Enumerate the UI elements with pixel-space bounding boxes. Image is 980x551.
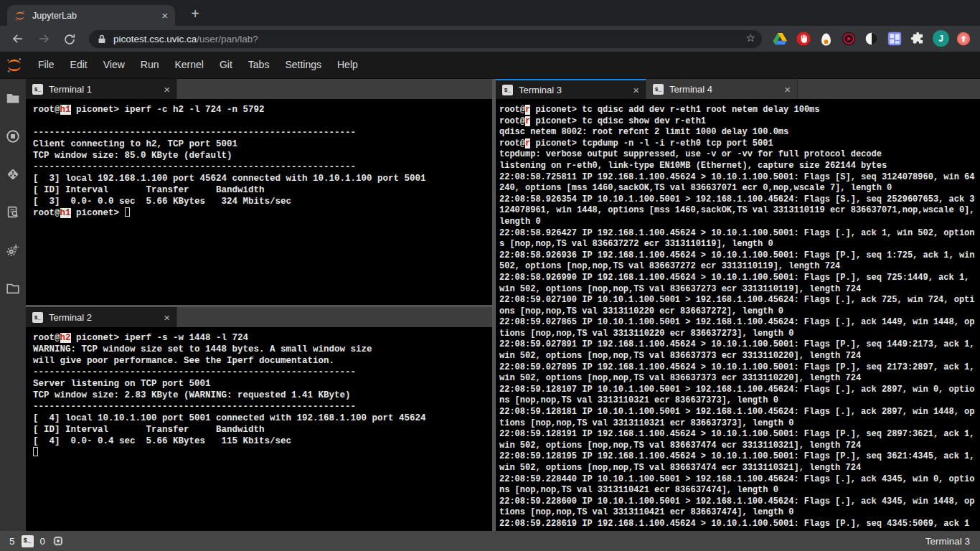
egg-icon[interactable] [821,32,831,47]
status-bar: 5 $_ 0 Terminal 3 [0,531,980,551]
close-icon[interactable]: × [633,85,639,95]
tab-terminal-2[interactable]: $_ Terminal 2 × [26,307,177,327]
url-bar[interactable]: picotest.csc.uvic.ca/user/pan/lab? ☆ [89,30,762,48]
menu-file[interactable]: File [30,52,62,78]
terminal-line: root@h2 piconet> iperf -s -w 1448 -l 724 [33,332,489,344]
terminal-line: will give poor performance. See the Iper… [33,355,489,367]
google-drive-icon[interactable] [773,32,787,46]
jupyterlab-menubar: File Edit View Run Kernel Git Tabs Setti… [0,52,980,79]
menu-settings[interactable]: Settings [277,52,329,78]
terminal-line: TCP window size: 85.0 KByte (default) [33,150,489,161]
terminal-line: [ 3] local 192.168.1.100 port 45624 conn… [33,173,489,184]
reload-icon[interactable] [63,33,76,46]
terminal-line: Client connecting to h2, TCP port 5001 [33,138,489,150]
close-icon[interactable]: × [784,84,791,95]
terminal-line: 22:08:59.027895 IP 192.168.1.100.45624 >… [499,362,976,385]
host-highlight: h1 [60,208,71,218]
right-tabbar: $_ Terminal 3 × $_ Terminal 4 × [496,79,980,99]
terminal-3-output[interactable]: root@r piconet> tc qdisc add dev r-eth1 … [496,99,980,531]
menu-git[interactable]: Git [212,52,240,78]
forward-icon[interactable] [37,32,50,45]
extensions-puzzle-icon[interactable] [910,32,925,46]
menu-help[interactable]: Help [329,52,366,78]
terminal-1-output[interactable]: root@h1 piconet> iperf -c h2 -l 724 -n 5… [26,99,492,305]
terminal-line: 22:08:59.027865 IP 10.10.1.100.5001 > 19… [499,317,976,339]
terminal-line: [ 4] local 10.10.1.100 port 5001 connect… [33,413,489,424]
terminal-line: 22:08:59.128195 IP 192.168.1.100.45624 >… [499,451,976,474]
terminal-1-tabbar: $_ Terminal 1 × [26,79,492,99]
tab-terminal-3[interactable]: $_ Terminal 3 × [496,79,646,99]
terminal-line: 22:08:58.926427 IP 192.168.1.100.45624 >… [499,228,976,250]
settings-gears-icon[interactable] [0,231,26,269]
browser-tab-title: JupyterLab [32,11,161,21]
url-domain: picotest.csc.uvic.ca [113,34,197,44]
terminal-2-panel: $_ Terminal 2 × root@h2 piconet> iperf -… [26,307,492,531]
terminal-cursor [33,447,38,456]
terminal-3-panel: $_ Terminal 3 × $_ Terminal 4 × root@r p… [496,79,980,531]
menu-tabs[interactable]: Tabs [240,52,278,78]
host-highlight: r [525,116,530,126]
browser-toolbar: picotest.csc.uvic.ca/user/pan/lab? ☆ J [0,26,980,52]
tab-terminal-4[interactable]: $_ Terminal 4 × [646,79,798,99]
host-highlight: r [525,138,530,149]
terminal-line: 22:08:59.027100 IP 10.10.1.100.5001 > 19… [499,295,976,317]
terminal-line: Server listening on TCP port 5001 [33,378,489,390]
terminal-line: WARNING: TCP window size set to 1448 byt… [33,344,489,355]
video-play-icon[interactable] [842,32,856,46]
workspace-folder-icon[interactable] [0,269,26,307]
url-text: picotest.csc.uvic.ca/user/pan/lab? [113,34,258,44]
terminal-line: 22:08:59.228440 IP 10.10.1.100.5001 > 19… [499,474,976,496]
tab-close-icon[interactable]: × [161,10,168,21]
profile-avatar[interactable]: J [933,30,949,47]
menu-kernel[interactable]: Kernel [166,52,211,78]
terminal-line [33,116,489,127]
terminal-line: root@r piconet> tc qdisc show dev r-eth1 [499,116,976,128]
terminal-1-panel: $_ Terminal 1 × root@h1 piconet> iperf -… [26,79,492,305]
close-icon[interactable]: × [164,84,170,95]
terminal-line: ----------------------------------------… [33,367,489,378]
browser-update-icon[interactable] [956,32,971,46]
tab-label: Terminal 2 [49,312,164,323]
terminal-2-tabbar: $_ Terminal 2 × [26,307,492,327]
terminal-line: root@r piconet> tc qdisc add dev r-eth1 … [499,105,976,116]
terminal-line: 22:08:59.128107 IP 10.10.1.100.5001 > 19… [499,385,976,407]
close-icon[interactable]: × [164,312,170,323]
menu-edit[interactable]: Edit [62,52,95,78]
terminal-2-output[interactable]: root@h2 piconet> iperf -s -w 1448 -l 724… [26,327,492,531]
tab-grid-icon[interactable] [887,32,902,46]
terminal-line: 22:08:59.228600 IP 10.10.1.100.5001 > 19… [499,496,976,519]
screen: JupyterLab × + picotest.csc.uvic.ca/user… [0,0,980,551]
host-highlight: h2 [60,333,71,343]
dock-panel: $_ Terminal 1 × root@h1 piconet> iperf -… [0,79,980,531]
tab-label: Terminal 3 [519,85,633,95]
dark-reader-icon[interactable] [864,32,879,46]
terminal-line: root@h1 piconet> iperf -c h2 -l 724 -n 5… [33,104,489,116]
file-browser-icon[interactable] [0,79,26,117]
inspector-search-icon[interactable] [0,193,26,231]
terminal-line [33,447,489,458]
tab-terminal-1[interactable]: $_ Terminal 1 × [26,79,177,99]
terminal-line: 22:08:58.926936 IP 192.168.1.100.45624 >… [499,250,976,273]
tab-label: Terminal 4 [669,84,784,95]
terminal-line: listening on r-eth0, link-type EN10MB (E… [499,161,976,172]
host-highlight: h1 [60,105,71,115]
menu-view[interactable]: View [95,52,133,78]
terminal-icon: $_ [502,85,513,95]
terminal-line: 22:08:58.926990 IP 192.168.1.100.45624 >… [499,273,976,295]
back-icon[interactable] [11,32,24,45]
lock-icon[interactable] [98,34,106,44]
bookmark-star-icon[interactable]: ☆ [746,32,755,44]
terminal-line: tcpdump: verbose output suppressed, use … [499,149,976,161]
browser-tab[interactable]: JupyterLab × [7,5,175,26]
running-sessions-status[interactable]: 5 $_ 0 [9,534,71,547]
new-tab-button[interactable]: + [187,6,204,23]
terminal-line: root@h1 piconet> [33,207,489,219]
running-sessions-icon[interactable] [0,117,26,155]
menu-run[interactable]: Run [133,52,167,78]
kernel-chip-icon [52,534,65,547]
terminal-line: 22:08:58.725811 IP 192.168.1.100.45624 >… [499,172,976,194]
terminal-icon: $_ [653,84,664,95]
terminal-line: [ 4] 0.0- 0.4 sec 5.66 KBytes 115 Kbits/… [33,435,489,447]
git-icon[interactable] [0,155,26,193]
ad-blocker-icon[interactable] [796,32,811,46]
